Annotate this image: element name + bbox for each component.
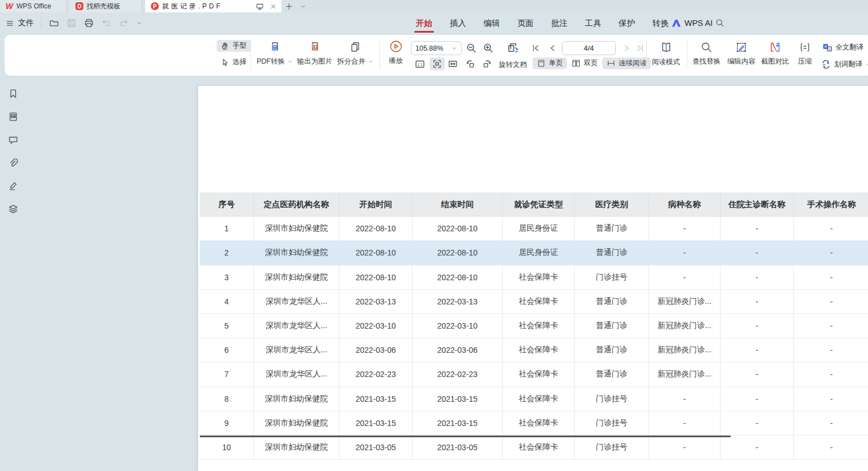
table-cell: 2021-03-05: [339, 436, 413, 460]
hand-tool-button[interactable]: 手型: [217, 40, 250, 52]
file-menu-button[interactable]: 文件: [6, 18, 34, 28]
pdf-convert-button[interactable]: PDF转换: [257, 41, 293, 66]
split-merge-button[interactable]: 拆分合并: [337, 41, 374, 66]
menu-tab-页面[interactable]: 页面: [517, 14, 534, 33]
select-tool-button[interactable]: 选择: [217, 56, 250, 68]
thumbnails-icon[interactable]: [8, 111, 19, 122]
open-file-icon[interactable]: [49, 18, 59, 28]
menu-tabs: 开始插入编辑页面批注工具保护转换: [415, 12, 669, 34]
read-mode-button[interactable]: 阅读模式: [648, 41, 683, 67]
comments-icon[interactable]: [8, 134, 19, 145]
first-page-icon[interactable]: [531, 43, 540, 53]
svg-text:文: 文: [822, 63, 826, 67]
table-cell: 深圳市龙华区人...: [254, 338, 339, 362]
table-cell: 深圳市妇幼保健院: [254, 217, 339, 241]
print-icon[interactable]: [84, 18, 94, 28]
table-cell: 3: [200, 266, 254, 290]
header-cell: 手术操作名称: [794, 192, 868, 217]
redo-icon[interactable]: [119, 18, 129, 28]
zoom-level-select[interactable]: 105.88%: [411, 41, 462, 55]
fit-page-button[interactable]: [429, 57, 445, 70]
last-page-icon[interactable]: [636, 43, 645, 53]
close-tab-icon[interactable]: [270, 3, 277, 10]
zoom-in-icon[interactable]: [482, 42, 494, 54]
split-merge-icon: [348, 41, 362, 54]
play-button[interactable]: 播放: [385, 39, 406, 66]
full-translate-label: 全文翻译: [835, 43, 863, 52]
table-cell: 深圳市龙华区人...: [254, 362, 339, 387]
table-cell: -: [794, 387, 868, 411]
prev-page-icon[interactable]: [548, 43, 557, 53]
quickbar-more-chevron-icon[interactable]: [136, 20, 142, 26]
wps-ai-button[interactable]: WPS AI: [672, 12, 713, 34]
edit-content-button[interactable]: 编辑内容: [725, 41, 758, 66]
menu-tab-插入[interactable]: 插入: [449, 14, 467, 33]
zoom-out-icon[interactable]: [466, 42, 477, 54]
ribbon-toolbar: 手型 选择 PDF转换 输出为图片 拆分合并 播放 105.88% 4/4: [5, 35, 868, 76]
new-tab-icon[interactable]: [285, 2, 293, 11]
table-cell: 门诊挂号: [575, 266, 649, 290]
svg-text:A: A: [824, 44, 827, 48]
medical-records-table: 序号定点医药机构名称开始时间结束时间就诊凭证类型医疗类别病种名称住院主诊断名称手…: [200, 192, 868, 460]
export-image-button[interactable]: 输出为图片: [296, 41, 333, 66]
table-cell: 普通门诊: [575, 362, 649, 387]
table-cell: 深圳市龙华区人...: [254, 314, 339, 338]
table-cell: 2022-02-23: [413, 362, 503, 387]
table-cell: 深圳市龙华区人...: [254, 290, 339, 314]
tab-wps-office[interactable]: W WPS Office: [0, 0, 66, 12]
page-number-input[interactable]: 4/4: [562, 41, 616, 55]
rotate-left-icon[interactable]: [465, 59, 476, 69]
save-icon[interactable]: [66, 18, 77, 28]
table-cell: 2021-03-15: [339, 411, 413, 436]
full-translate-button[interactable]: A文 全文翻译: [820, 41, 866, 54]
actual-size-icon[interactable]: 1:1: [414, 59, 426, 70]
menu-tab-开始[interactable]: 开始: [415, 14, 433, 33]
share-to-device-icon[interactable]: [256, 2, 264, 11]
table-cell: 社会保障卡: [503, 411, 575, 436]
table-cell: -: [721, 314, 794, 338]
table-cell: 新冠肺炎门诊...: [649, 314, 721, 338]
continuous-read-button[interactable]: 连续阅读: [602, 57, 651, 69]
table-cell: 9: [200, 411, 254, 436]
word-translate-button[interactable]: 文A 划词翻译: [818, 58, 868, 71]
single-page-button[interactable]: 单页: [533, 57, 567, 69]
rotate-doc-label[interactable]: 旋转文档: [499, 60, 527, 70]
tab-docer-templates[interactable]: D 找稻壳模板: [70, 0, 142, 12]
screenshot-compare-button[interactable]: 截图对比: [759, 41, 791, 66]
table-cell: -: [794, 290, 868, 314]
table-cell: 门诊挂号: [575, 436, 649, 460]
tab-document[interactable]: P 就医记录.PDF: [145, 0, 281, 12]
table-cell: -: [721, 266, 794, 290]
fit-width-icon[interactable]: [448, 59, 458, 69]
single-page-label: 单页: [549, 59, 563, 68]
table-cell: -: [721, 387, 794, 411]
undo-icon[interactable]: [101, 18, 111, 28]
rotate-right-icon[interactable]: [482, 59, 493, 69]
menu-tab-保护[interactable]: 保护: [618, 14, 636, 33]
menu-tab-编辑[interactable]: 编辑: [483, 14, 500, 33]
table-cell: -: [721, 362, 794, 387]
menu-row: 文件 开始插入编辑页面批注工具保护转换 WPS AI: [0, 12, 868, 34]
tab-list-chevron-icon[interactable]: [300, 3, 306, 10]
menu-search-icon[interactable]: [715, 18, 724, 28]
menu-tab-转换[interactable]: 转换: [652, 14, 669, 33]
export-image-icon: [308, 41, 321, 54]
menu-tab-批注[interactable]: 批注: [551, 14, 568, 33]
signature-icon[interactable]: [8, 181, 19, 191]
rotate-pages-icon[interactable]: [505, 40, 520, 55]
continuous-read-icon: [606, 59, 616, 68]
table-cell: 普通门诊: [575, 217, 649, 241]
header-cell: 病种名称: [649, 192, 721, 217]
table-cell: 社会保障卡: [503, 338, 575, 362]
compress-button[interactable]: 压缩: [794, 41, 816, 66]
attachment-icon[interactable]: [8, 158, 19, 168]
layers-icon[interactable]: [8, 204, 19, 214]
next-page-icon[interactable]: [622, 43, 632, 53]
table-cell: 2: [200, 241, 254, 265]
bookmark-icon[interactable]: [8, 88, 19, 99]
pdf-file-icon: P: [151, 2, 159, 10]
find-replace-button[interactable]: 查找替换: [690, 41, 723, 66]
table-cell: 2022-08-10: [413, 217, 503, 241]
header-cell: 结束时间: [413, 192, 503, 217]
menu-tab-工具[interactable]: 工具: [584, 14, 602, 33]
